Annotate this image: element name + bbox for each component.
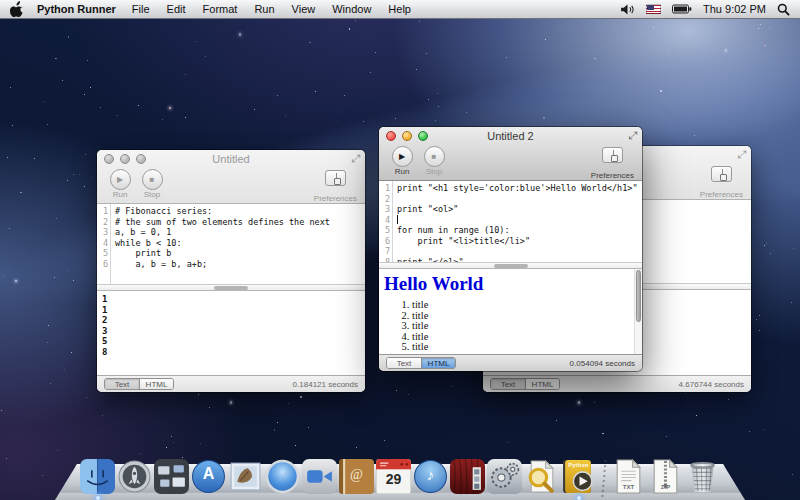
- status-bar: Text HTML 4.676744 seconds: [483, 375, 751, 392]
- menu-items: FileEditFormatRunViewWindowHelp: [132, 3, 411, 15]
- dock-icon-itunes[interactable]: ♪: [413, 459, 448, 494]
- output-pane[interactable]: Hello World titletitletitletitletitletit…: [379, 269, 642, 354]
- run-timing: 0.054094 seconds: [570, 359, 635, 368]
- window-untitled[interactable]: Untitled ⤢ ▶ Run ■ Stop Preferences 1234: [97, 150, 365, 392]
- titlebar[interactable]: Untitled ⤢: [97, 150, 365, 167]
- horizontal-scrollbar[interactable]: [97, 284, 365, 291]
- code-editor[interactable]: 123456 # Fibonacci series:# the sum of t…: [97, 204, 365, 284]
- play-icon: ▶: [392, 146, 413, 167]
- dock-icon-mail[interactable]: [228, 459, 263, 494]
- menu-file[interactable]: File: [132, 3, 150, 15]
- line-numbers: 123456: [97, 204, 111, 284]
- menu-clock[interactable]: Thu 9:02 PM: [703, 3, 766, 15]
- slider-icon: [711, 166, 732, 182]
- dock-divider: [598, 459, 609, 494]
- battery-icon[interactable]: [672, 4, 692, 14]
- app-menu-title[interactable]: Python Runner: [37, 3, 116, 15]
- source-code[interactable]: # Fibonacci series:# the sum of two elem…: [111, 204, 365, 284]
- text-html-toggle: Text HTML: [104, 378, 174, 390]
- text-html-toggle: Text HTML: [386, 357, 456, 369]
- menu-view[interactable]: View: [292, 3, 316, 15]
- play-icon: ▶: [110, 169, 131, 190]
- horizontal-scrollbar[interactable]: [379, 262, 642, 269]
- menu-format[interactable]: Format: [203, 3, 238, 15]
- dock-icon-mission-control[interactable]: [154, 459, 189, 494]
- minimize-button[interactable]: [402, 131, 412, 141]
- output-ordered-list: titletitletitletitletitletitle: [379, 300, 642, 354]
- line-numbers: 12345678: [379, 181, 393, 262]
- tab-text[interactable]: Text: [491, 379, 525, 389]
- preferences-button[interactable]: Preferences: [591, 145, 634, 182]
- window-title: Untitled: [212, 153, 249, 165]
- slider-icon: [602, 147, 623, 163]
- window-title: Untitled 2: [487, 130, 533, 142]
- window-untitled-2[interactable]: Untitled 2 ⤢ ▶ Run ■ Stop Preferences 12: [379, 127, 642, 371]
- dock-icon-contacts[interactable]: @: [339, 459, 374, 494]
- stop-button[interactable]: ■ Stop: [137, 168, 167, 199]
- dock-icon-system-preferences[interactable]: [487, 459, 522, 494]
- zoom-button[interactable]: [418, 131, 428, 141]
- stop-icon: ■: [424, 146, 445, 167]
- menu-window[interactable]: Window: [332, 3, 371, 15]
- preferences-button[interactable]: Preferences: [314, 168, 357, 205]
- source-code[interactable]: print "<h1 style='color:blue'>Hello Worl…: [393, 181, 642, 262]
- fullscreen-icon[interactable]: ⤢: [737, 146, 746, 163]
- dock-icon-safari[interactable]: [265, 459, 300, 494]
- run-timing: 0.184121 seconds: [293, 380, 358, 389]
- running-indicator: [577, 496, 581, 500]
- titlebar[interactable]: Untitled 2 ⤢: [379, 127, 642, 144]
- stop-icon: ■: [142, 169, 163, 190]
- dock-icon-zip-document[interactable]: ZIP: [648, 459, 683, 494]
- fullscreen-icon[interactable]: ⤢: [351, 150, 360, 167]
- tab-text[interactable]: Text: [387, 358, 421, 368]
- input-language-flag-icon[interactable]: [646, 4, 661, 14]
- text-html-toggle: Text HTML: [490, 378, 560, 390]
- vertical-scrollbar[interactable]: [636, 270, 642, 322]
- toolbar: ▶ Run ■ Stop Preferences: [379, 144, 642, 180]
- output-heading: Hello World: [384, 273, 642, 295]
- output-pane[interactable]: 112358: [97, 291, 365, 375]
- dock-icon-launchpad[interactable]: [117, 459, 152, 494]
- scrollbar-track[interactable]: [634, 269, 642, 354]
- slider-icon: [325, 170, 346, 186]
- close-button[interactable]: [386, 131, 396, 141]
- tab-html[interactable]: HTML: [421, 358, 455, 368]
- dock-icon-python-runner[interactable]: Python: [561, 459, 596, 494]
- dock-icon-calendar[interactable]: 29: [376, 459, 411, 494]
- spotlight-icon[interactable]: [777, 3, 790, 16]
- tab-html[interactable]: HTML: [139, 379, 173, 389]
- dock-icon-txt-document[interactable]: TXT: [611, 459, 646, 494]
- dock: A@29♪PythonTXTZIP: [59, 453, 741, 500]
- apple-menu-icon[interactable]: [10, 2, 23, 17]
- run-timing: 4.676744 seconds: [679, 380, 744, 389]
- dock-icon-search-document[interactable]: [524, 459, 559, 494]
- preferences-button[interactable]: Preferences: [700, 164, 743, 201]
- run-button[interactable]: ▶ Run: [105, 168, 135, 199]
- zoom-button[interactable]: [136, 154, 146, 164]
- dock-icon-facetime[interactable]: [302, 459, 337, 494]
- running-indicator: [96, 496, 100, 500]
- run-button[interactable]: ▶ Run: [387, 145, 417, 176]
- menu-help[interactable]: Help: [388, 3, 411, 15]
- tab-text[interactable]: Text: [105, 379, 139, 389]
- close-button[interactable]: [104, 154, 114, 164]
- fullscreen-icon[interactable]: ⤢: [628, 127, 637, 144]
- stop-button[interactable]: ■ Stop: [419, 145, 449, 176]
- tab-html[interactable]: HTML: [525, 379, 559, 389]
- toolbar: ▶ Run ■ Stop Preferences: [97, 167, 365, 203]
- dock-icon-trash[interactable]: [685, 459, 720, 494]
- status-bar: Text HTML 0.054094 seconds: [379, 354, 642, 371]
- dock-icon-photo-booth[interactable]: [450, 459, 485, 494]
- menu-edit[interactable]: Edit: [167, 3, 186, 15]
- dock-icon-finder[interactable]: [80, 459, 115, 494]
- minimize-button[interactable]: [120, 154, 130, 164]
- menu-run[interactable]: Run: [254, 3, 274, 15]
- code-editor[interactable]: 12345678 print "<h1 style='color:blue'>H…: [379, 181, 642, 262]
- desktop: Python Runner FileEditFormatRunViewWindo…: [0, 0, 800, 500]
- menu-bar: Python Runner FileEditFormatRunViewWindo…: [0, 0, 800, 19]
- dock-icon-app-store[interactable]: A: [191, 459, 226, 494]
- status-bar: Text HTML 0.184121 seconds: [97, 375, 365, 392]
- volume-icon[interactable]: [620, 4, 635, 15]
